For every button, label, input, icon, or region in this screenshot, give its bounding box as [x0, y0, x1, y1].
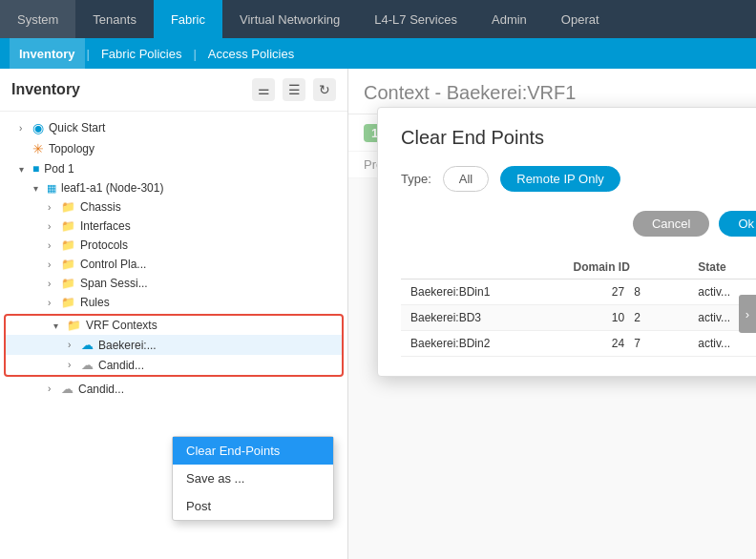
tree-item-quick-start[interactable]: › ◉ Quick Start	[0, 117, 347, 138]
table-row: Baekerei:BD3 10 2 activ...	[401, 305, 756, 331]
type-btn-all[interactable]: All	[443, 166, 489, 192]
cloud-down-icon2: ☁	[61, 382, 74, 396]
cell-domain-id: 27 8	[563, 280, 688, 305]
modal-table: Domain ID State Baekerei:BDin1 27 8 acti…	[401, 256, 756, 357]
tree-item-control-plane[interactable]: › 📁 Control Pla...	[0, 255, 347, 274]
nav-operat[interactable]: Operat	[544, 0, 617, 38]
top-nav: System Tenants Fabric Virtual Networking…	[0, 0, 756, 38]
tree-item-chassis[interactable]: › 📁 Chassis	[0, 197, 347, 217]
cell-name: Baekerei:BDin2	[401, 331, 563, 357]
tree-item-rules[interactable]: › 📁 Rules	[0, 293, 347, 312]
tree-item-candid1[interactable]: › ☁ Candid...	[6, 355, 342, 375]
tree-label-interfaces: Interfaces	[80, 219, 131, 233]
modal-clear-endpoints: Clear End Points Type: All Remote IP Onl…	[377, 107, 756, 377]
tree-label-control-plane: Control Pla...	[80, 258, 146, 271]
tree-item-protocols[interactable]: › 📁 Protocols	[0, 236, 347, 255]
cell-name: Baekerei:BDin1	[401, 280, 563, 305]
tree-item-baekerei[interactable]: › ☁ Baekerei:...	[6, 335, 342, 355]
tree-item-interfaces[interactable]: › 📁 Interfaces	[0, 217, 347, 236]
cancel-button[interactable]: Cancel	[633, 211, 709, 237]
tree-label-baekerei: Baekerei:...	[98, 339, 157, 352]
cloud-down-icon: ☁	[81, 358, 94, 372]
nav-admin[interactable]: Admin	[474, 0, 544, 38]
modal-actions: Cancel Ok	[401, 211, 756, 237]
subnav-access-policies[interactable]: Access Policies	[199, 38, 304, 69]
table-row: Baekerei:BDin1 27 8 activ...	[401, 280, 756, 305]
col-header-name	[401, 256, 563, 280]
nav-virtual-networking[interactable]: Virtual Networking	[222, 0, 357, 38]
context-menu-post[interactable]: Post	[173, 492, 333, 520]
tree-label-protocols: Protocols	[80, 238, 128, 252]
tree-label-candid1: Candid...	[98, 359, 144, 372]
tree-label-vrf-contexts: VRF Contexts	[86, 319, 158, 332]
right-arrow-tab[interactable]: ›	[739, 295, 756, 333]
folder-icon-vrf: 📁	[67, 319, 81, 332]
modal-type-row: Type: All Remote IP Only	[401, 166, 756, 192]
tree-label-quick-start: Quick Start	[49, 121, 105, 135]
type-btn-remote-ip[interactable]: Remote IP Only	[500, 166, 620, 192]
tree-item-topology[interactable]: ✳ Topology	[0, 138, 347, 159]
filter-icon-btn[interactable]: ⚌	[252, 78, 275, 101]
col-header-state: State	[688, 256, 756, 280]
vrf-section: ▾ 📁 VRF Contexts › ☁ Baekerei:... › ☁ Ca…	[4, 314, 344, 377]
modal-overlay: Clear End Points Type: All Remote IP Onl…	[348, 69, 756, 559]
node-icon: ▦	[47, 182, 56, 195]
pod-icon: ■	[32, 162, 39, 176]
topology-icon: ✳	[32, 141, 44, 156]
tree-label-candid2: Candid...	[78, 383, 124, 396]
context-menu-clear-endpoints[interactable]: Clear End-Points	[173, 437, 333, 465]
nav-l4l7[interactable]: L4-L7 Services	[357, 0, 474, 38]
subnav-fabric-policies[interactable]: Fabric Policies	[92, 38, 192, 69]
cell-name: Baekerei:BD3	[401, 305, 563, 331]
folder-icon-interfaces: 📁	[61, 219, 75, 233]
tree-label-span-sessions: Span Sessi...	[80, 277, 148, 290]
right-panel: Context - Baekerei:VRF1 100 ✕ ▽ △ + Prop…	[348, 69, 756, 559]
context-menu: Clear End-Points Save as ... Post	[172, 436, 334, 521]
tree-label-chassis: Chassis	[80, 200, 121, 214]
folder-icon-control-plane: 📁	[61, 258, 75, 271]
folder-icon-span: 📁	[61, 277, 75, 290]
left-panel: Inventory ⚌ ☰ ↻ › ◉ Quick Start ✳ Topolo…	[0, 69, 348, 559]
folder-icon-protocols: 📁	[61, 238, 75, 252]
tree-item-pod1[interactable]: ▾ ■ Pod 1	[0, 159, 347, 178]
nav-system[interactable]: System	[0, 0, 75, 38]
col-header-domain-id: Domain ID	[563, 256, 688, 280]
quickstart-icon: ◉	[32, 120, 44, 135]
tree-item-leaf1[interactable]: ▾ ▦ leaf1-a1 (Node-301)	[0, 178, 347, 197]
ok-button[interactable]: Ok	[719, 211, 756, 237]
modal-type-label: Type:	[401, 172, 431, 186]
tree-label-rules: Rules	[80, 296, 110, 309]
cell-domain-id: 24 7	[563, 331, 688, 357]
sub-nav: Inventory | Fabric Policies | Access Pol…	[0, 38, 756, 69]
inventory-header: Inventory ⚌ ☰ ↻	[0, 69, 347, 112]
folder-icon: 📁	[61, 200, 75, 214]
tree-label-pod1: Pod 1	[44, 162, 74, 176]
cell-state: activ...	[688, 331, 756, 357]
tree-label-leaf1: leaf1-a1 (Node-301)	[61, 181, 163, 195]
modal-title: Clear End Points	[401, 127, 756, 149]
main-content: Inventory ⚌ ☰ ↻ › ◉ Quick Start ✳ Topolo…	[0, 69, 756, 559]
folder-icon-rules: 📁	[61, 296, 75, 309]
tree-item-span-sessions[interactable]: › 📁 Span Sessi...	[0, 274, 347, 293]
nav-fabric[interactable]: Fabric	[154, 0, 222, 38]
table-row: Baekerei:BDin2 24 7 activ...	[401, 331, 756, 357]
subnav-inventory[interactable]: Inventory	[10, 38, 85, 69]
refresh-icon-btn[interactable]: ↻	[313, 78, 336, 101]
inventory-title: Inventory	[11, 81, 244, 98]
tree-item-candid2[interactable]: › ☁ Candid...	[0, 379, 347, 399]
cell-domain-id: 10 2	[563, 305, 688, 331]
tree-item-vrf-contexts[interactable]: ▾ 📁 VRF Contexts	[6, 316, 342, 335]
nav-tenants[interactable]: Tenants	[75, 0, 154, 38]
tree-label-topology: Topology	[49, 142, 94, 155]
context-menu-save-as[interactable]: Save as ...	[173, 465, 333, 492]
list-icon-btn[interactable]: ☰	[283, 78, 305, 101]
cloud-up-icon: ☁	[81, 338, 94, 352]
